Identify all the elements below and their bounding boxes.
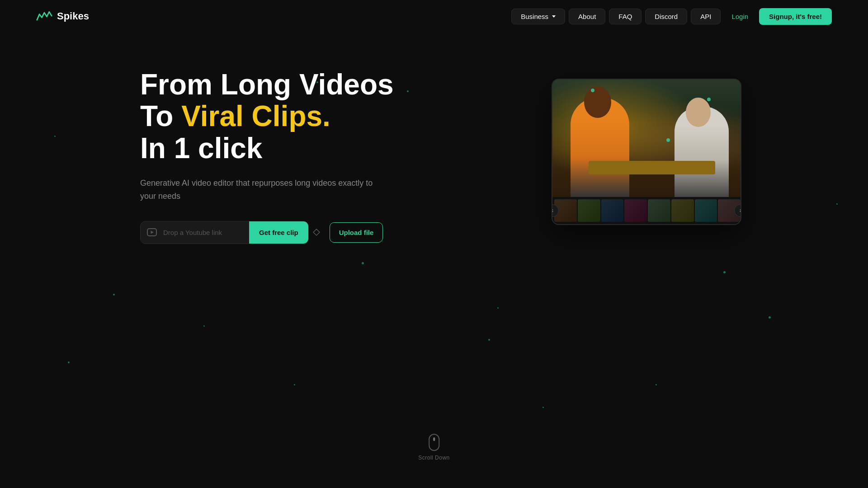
video-preview: ‹ › [552, 79, 741, 225]
timeline-thumb-2 [578, 199, 600, 222]
svg-marker-2 [313, 229, 320, 235]
particle-dot [294, 384, 295, 385]
hero-right: ‹ › [552, 79, 741, 225]
video-timeline-wrap: ‹ › [552, 197, 741, 224]
scroll-mouse-dot [433, 437, 435, 441]
particle-dot [488, 339, 490, 341]
hero-title: From Long Videos To Viral Clips. In 1 cl… [140, 69, 394, 164]
particle-dot [113, 294, 115, 296]
youtube-link-input[interactable] [163, 221, 249, 244]
timeline-thumb-3 [601, 199, 624, 222]
scroll-down-label: Scroll Down [418, 455, 450, 461]
scroll-down-area[interactable]: Scroll Down [418, 434, 450, 461]
face-dot-left [591, 89, 594, 92]
svg-marker-1 [151, 231, 154, 234]
logo[interactable]: Spikes [36, 10, 89, 23]
video-main-frame [552, 80, 741, 197]
divider-icon [309, 228, 324, 236]
navbar: Spikes Business About FAQ Discord API Lo… [0, 0, 868, 33]
hero-subtitle: Generative AI video editor that repurpos… [140, 177, 375, 203]
spikes-logo-icon [36, 10, 52, 23]
face-dot-right [707, 98, 711, 101]
youtube-input-bar: Get free clip [140, 221, 309, 244]
cta-row: Get free clip Upload file [140, 221, 394, 244]
login-button[interactable]: Login [724, 9, 755, 24]
business-nav-button[interactable]: Business [511, 9, 565, 24]
timeline-thumb-6 [671, 199, 694, 222]
timeline-thumb-4 [624, 199, 647, 222]
hero-section: From Long Videos To Viral Clips. In 1 cl… [0, 33, 868, 262]
get-free-clip-button[interactable]: Get free clip [249, 221, 308, 244]
particle-dot [362, 262, 364, 264]
timeline-thumb-7 [695, 199, 717, 222]
scroll-mouse-icon [429, 434, 439, 451]
faq-nav-button[interactable]: FAQ [609, 9, 642, 24]
or-divider-icon [312, 228, 321, 236]
hero-left: From Long Videos To Viral Clips. In 1 cl… [140, 69, 394, 244]
particle-dot [68, 361, 70, 363]
about-nav-button[interactable]: About [569, 9, 605, 24]
person-right [675, 107, 729, 197]
signup-button[interactable]: Signup, it's free! [759, 8, 832, 25]
person-left [571, 98, 629, 197]
particle-dot [769, 316, 771, 319]
youtube-icon-wrap [141, 228, 163, 236]
timeline-thumb-5 [648, 199, 670, 222]
api-nav-button[interactable]: API [691, 9, 721, 24]
particle-dot [542, 407, 544, 408]
logo-text: Spikes [57, 10, 89, 22]
chevron-down-icon [552, 15, 556, 18]
face-dot-mid [666, 138, 670, 142]
youtube-icon [147, 228, 157, 236]
particle-dot [656, 384, 657, 385]
desk-element [589, 161, 715, 174]
particle-dot [497, 307, 499, 309]
particle-dot [723, 271, 726, 273]
discord-nav-button[interactable]: Discord [645, 9, 687, 24]
upload-file-button[interactable]: Upload file [330, 222, 383, 243]
video-timeline [552, 197, 741, 224]
nav-links: Business About FAQ Discord API Login Sig… [511, 8, 832, 25]
particle-dot [203, 325, 205, 327]
